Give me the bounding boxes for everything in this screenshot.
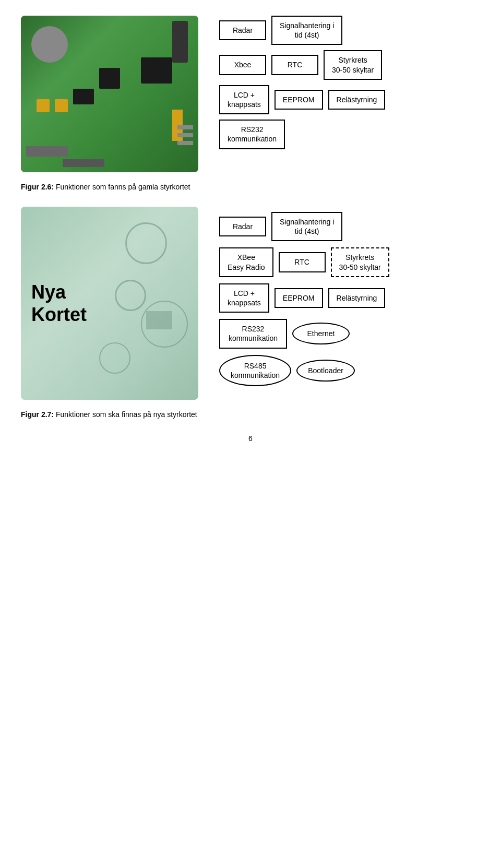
box-styrkrets-bottom: Styrkrets30-50 skyltar	[331, 247, 389, 277]
caption-bottom-bold: Figur 2.7:	[21, 410, 54, 419]
old-board-image	[21, 16, 198, 172]
oval-bootloader: Bootloader	[296, 360, 355, 382]
diagram2-row-1: Radar Signalhantering itid (4st)	[219, 212, 480, 241]
page-number: 6	[21, 434, 480, 443]
box-lcd-bottom: LCD +knappsats	[219, 283, 269, 313]
capacitor	[37, 99, 50, 112]
connector-component-2	[26, 146, 68, 157]
bottom-diagram: Radar Signalhantering itid (4st) XBeeEas…	[219, 207, 480, 386]
caption-top-bold: Figur 2.6:	[21, 183, 54, 191]
chip-component-1	[141, 57, 172, 84]
box-rtc-bottom: RTC	[279, 252, 326, 272]
diagram-row-2: Xbee RTC Styrkrets30-50 skyltar	[219, 50, 480, 79]
diagram2-row-2: XBeeEasy Radio RTC Styrkrets30-50 skylta…	[219, 247, 480, 277]
box-signal-bottom: Signalhantering itid (4st)	[271, 212, 342, 241]
diagram2-row-4: RS232kommunikation Ethernet	[219, 319, 480, 348]
connector-bottom	[63, 159, 104, 167]
caption-top-text: Funktioner som fanns på gamla styrkortet	[54, 183, 190, 191]
nya-kortet-label: Nya Kortet	[31, 281, 87, 326]
oval-rs485: RS485kommunikation	[219, 355, 291, 386]
box-eeprom-top: EEPROM	[275, 90, 323, 110]
box-xbee-top: Xbee	[219, 55, 266, 75]
box-radar-top: Radar	[219, 20, 266, 40]
top-diagram: Radar Signalhantering itid (4st) Xbee RT…	[219, 16, 480, 149]
oval-ethernet: Ethernet	[292, 323, 350, 344]
box-lcd-top: LCD +knappsats	[219, 85, 269, 114]
diagram-row-4: RS232kommunikation	[219, 120, 480, 149]
small-connector	[177, 125, 193, 129]
capacitor2	[55, 99, 68, 112]
small-connector3	[177, 141, 193, 145]
top-section: Radar Signalhantering itid (4st) Xbee RT…	[21, 16, 480, 172]
connector-component	[172, 21, 188, 63]
box-signal-top: Signalhantering itid (4st)	[271, 16, 342, 45]
caption-bottom-text: Funktioner som ska finnas på nya styrkor…	[54, 410, 197, 419]
box-radar-bottom: Radar	[219, 217, 266, 236]
box-styrkrets-top: Styrkrets30-50 skyltar	[324, 50, 382, 79]
new-board-image: Nya Kortet	[21, 207, 198, 400]
diagram2-row-3: LCD +knappsats EEPROM Relästyrning	[219, 283, 480, 313]
caption-bottom: Figur 2.7: Funktioner som ska finnas på …	[21, 410, 480, 419]
diagram-row-3: LCD +knappsats EEPROM Relästyrning	[219, 85, 480, 114]
small-connector2	[177, 133, 193, 137]
diagram-row-1: Radar Signalhantering itid (4st)	[219, 16, 480, 45]
battery-component	[31, 26, 68, 63]
pcb2-circle4	[141, 301, 188, 348]
pcb2-circle2	[115, 280, 146, 311]
box-eeprom-bottom: EEPROM	[275, 288, 323, 308]
pcb2-circle3	[99, 342, 130, 374]
bottom-section: Nya Kortet Radar Signalhantering itid (4…	[21, 207, 480, 400]
box-rs232-bottom: RS232kommunikation	[219, 319, 287, 348]
pcb2-circle1	[125, 222, 167, 264]
box-rtc-top: RTC	[271, 55, 318, 75]
box-xbee-bottom: XBeeEasy Radio	[219, 247, 273, 277]
ic-chip	[99, 68, 120, 89]
diagram2-row-5: RS485kommunikation Bootloader	[219, 355, 480, 386]
box-relay-top: Relästyrning	[328, 90, 386, 110]
box-rs232-top: RS232kommunikation	[219, 120, 285, 149]
box-relay-bottom: Relästyrning	[328, 288, 386, 308]
page: Radar Signalhantering itid (4st) Xbee RT…	[0, 0, 501, 458]
chip-component-2	[73, 89, 94, 104]
caption-top: Figur 2.6: Funktioner som fanns på gamla…	[21, 183, 480, 191]
